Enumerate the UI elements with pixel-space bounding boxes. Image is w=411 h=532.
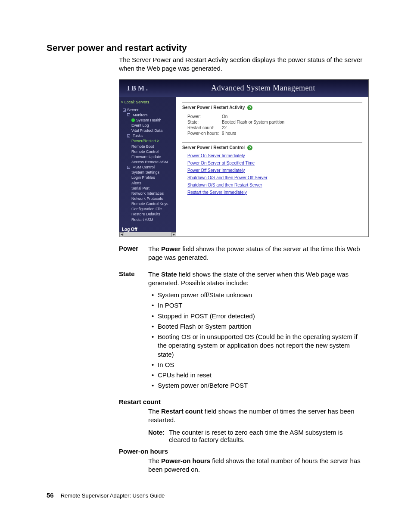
- nav-event-log[interactable]: Event Log: [119, 123, 176, 128]
- def-body-text: The State field shows the state of the s…: [148, 270, 364, 288]
- status-dot-icon: [131, 118, 135, 122]
- activity-section-title: Server Power / Restart Activity ?: [182, 105, 362, 110]
- def-power: Power The Power field shows the power st…: [47, 245, 364, 266]
- nav-system-health[interactable]: System Health: [119, 118, 176, 123]
- note-label: Note:: [148, 429, 169, 443]
- def-restart-count: Restart count The Restart count field sh…: [47, 398, 364, 444]
- page-number: 56: [47, 492, 54, 499]
- app-title: Advanced System Management: [175, 84, 351, 93]
- nav-tasks[interactable]: -Tasks: [119, 133, 176, 138]
- help-icon[interactable]: ?: [247, 105, 252, 110]
- section-heading: Server power and restart activity: [47, 43, 364, 53]
- list-item: Stopped in POST (Error detected): [158, 312, 364, 320]
- list-item: Booted Flash or System partition: [158, 322, 364, 331]
- page-footer: 56 Remote Supervisor Adapter: User's Gui…: [47, 492, 364, 499]
- breadcrumb: > Local: Server1: [119, 99, 176, 107]
- book-title: Remote Supervisor Adapter: User's Guide: [61, 492, 165, 499]
- state-bullet-list: System power off/State unknown In POST S…: [148, 291, 364, 390]
- kv-power: Power:On: [182, 114, 362, 119]
- nav-configuration-file[interactable]: Configuration File: [119, 206, 176, 212]
- nav-access-remote-asm[interactable]: Access Remote ASM: [119, 159, 176, 165]
- top-rule: [47, 39, 364, 39]
- embedded-screenshot: IBM. Advanced System Management > Local:…: [119, 79, 369, 237]
- def-term: State: [119, 270, 146, 394]
- nav-alerts[interactable]: Alerts: [119, 180, 176, 186]
- nav-remote-control[interactable]: Remote Control: [119, 149, 176, 154]
- list-item: System power on/Before POST: [158, 381, 364, 390]
- nav-serial-port[interactable]: Serial Port: [119, 186, 176, 191]
- def-term: Power-on hours: [119, 448, 364, 455]
- nav-network-protocols[interactable]: Network Protocols: [119, 196, 176, 201]
- def-term: Power: [119, 245, 146, 266]
- nav-remote-boot[interactable]: Remote Boot: [119, 144, 176, 149]
- def-term: Restart count: [119, 398, 364, 405]
- nav-restore-defaults[interactable]: Restore Defaults: [119, 212, 176, 217]
- list-item: CPUs held in reset: [158, 371, 364, 380]
- note-text: The counter is reset to zero each time t…: [169, 429, 364, 443]
- content-pane: Server Power / Restart Activity ? Power:…: [176, 97, 368, 237]
- nav-vpd[interactable]: Vital Product Data: [119, 128, 176, 133]
- collapse-icon[interactable]: -: [127, 134, 130, 137]
- def-state: State The State field shows the state of…: [47, 270, 364, 394]
- def-poweron-hours: Power-on hours The Power-on hours field …: [47, 448, 364, 474]
- list-item: In OS: [158, 361, 364, 369]
- link-power-on-immediately[interactable]: Power On Server Immediately: [182, 152, 362, 159]
- scroll-left-icon[interactable]: ◄: [119, 232, 124, 237]
- scroll-right-icon[interactable]: ►: [171, 232, 176, 237]
- nav-login-profiles[interactable]: Login Profiles: [119, 175, 176, 180]
- control-section-title: Server Power / Restart Control ?: [182, 145, 362, 150]
- link-restart-immediately[interactable]: Restart the Server Immediately: [182, 189, 362, 196]
- list-item: Booting OS or in unsupported OS (Could b…: [158, 333, 364, 359]
- nav-monitors[interactable]: -Monitors: [119, 112, 176, 118]
- ibm-logo: IBM.: [119, 84, 175, 92]
- nav-firmware-update[interactable]: Firmware Update: [119, 154, 176, 159]
- list-item: System power off/State unknown: [158, 291, 364, 299]
- nav-remote-control-keys[interactable]: Remote Control Keys: [119, 201, 176, 206]
- link-shutdown-restart[interactable]: Shutdown O/S and then Restart Server: [182, 181, 362, 189]
- list-item: In POST: [158, 301, 364, 310]
- nav-server[interactable]: -Server: [119, 107, 176, 112]
- help-icon[interactable]: ?: [247, 145, 252, 150]
- nav-power-restart[interactable]: Power/Restart >: [119, 138, 176, 143]
- nav-system-settings[interactable]: System Settings: [119, 170, 176, 175]
- collapse-icon[interactable]: -: [127, 166, 130, 169]
- kv-restart-count: Restart count:22: [182, 125, 362, 131]
- intro-paragraph: The Server Power and Restart Activity se…: [119, 56, 364, 73]
- collapse-icon[interactable]: -: [123, 109, 126, 112]
- def-body-text: The Restart count field shows the number…: [148, 407, 364, 425]
- kv-poweron-hours: Power-on hours:9 hours: [182, 131, 362, 136]
- nav-restart-asm[interactable]: Restart ASM: [119, 217, 176, 222]
- kv-state: State:Booted Flash or System partition: [182, 119, 362, 125]
- nav-network-interfaces[interactable]: Network Interfaces: [119, 191, 176, 196]
- nav-asm-control[interactable]: -ASM Control: [119, 165, 176, 170]
- nav-sidebar: > Local: Server1 -Server -Monitors Syste…: [119, 97, 176, 237]
- def-body-text: The Power field shows the power status o…: [148, 245, 364, 262]
- collapse-icon[interactable]: -: [127, 113, 130, 116]
- link-power-on-specified[interactable]: Power On Server at Specified Time: [182, 159, 362, 167]
- note: Note: The counter is reset to zero each …: [148, 429, 364, 443]
- nav-scrollbar[interactable]: ◄ ►: [119, 232, 176, 236]
- link-power-off-immediately[interactable]: Power Off Server Immediately: [182, 167, 362, 174]
- link-shutdown-poweroff[interactable]: Shutdown O/S and then Power Off Server: [182, 174, 362, 181]
- app-titlebar: IBM. Advanced System Management: [119, 80, 368, 97]
- def-body-text: The Power-on hours field shows the total…: [148, 457, 364, 474]
